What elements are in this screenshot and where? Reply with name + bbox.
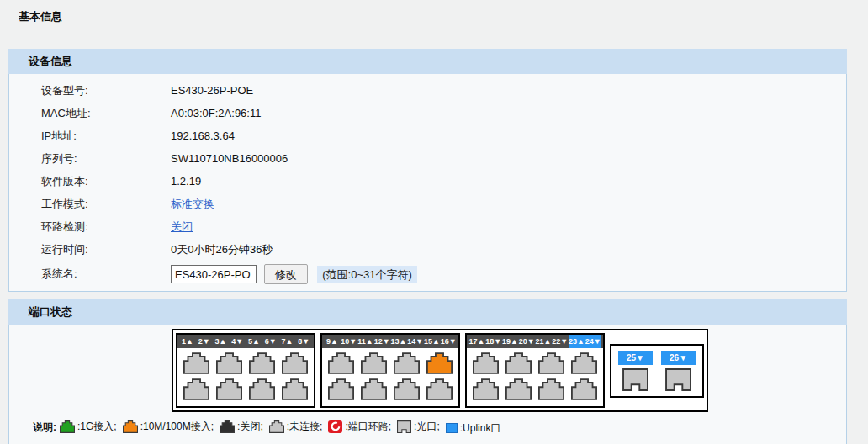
row-device-model: 设备型号: ES430-26P-POE: [9, 79, 846, 102]
field-label: 系统名:: [9, 267, 171, 282]
legend-items: :1G接入;:10M/100M接入;:关闭;:未连接;:端口环路;:光口;:Up…: [60, 420, 506, 436]
port-26[interactable]: [665, 368, 691, 391]
port-6[interactable]: [249, 378, 275, 400]
row-software-version: 软件版本: 1.2.19: [9, 170, 846, 193]
work-mode-link[interactable]: 标准交换: [171, 197, 214, 212]
port-22[interactable]: [538, 378, 564, 400]
field-value: A0:03:0F:2A:96:11: [171, 107, 261, 119]
port-4[interactable]: [216, 378, 242, 400]
field-label: MAC地址:: [9, 106, 171, 121]
port-label-14: 14▼: [407, 335, 424, 348]
port-label-25: 25▼: [618, 351, 653, 365]
port-17[interactable]: [473, 352, 499, 374]
port-14[interactable]: [394, 378, 420, 400]
device-info-header: 设备信息: [8, 49, 847, 74]
page: 基本信息 设备信息 设备型号: ES430-26P-POE MAC地址: A0:…: [0, 0, 868, 444]
switch-port-panel: 1▲2▼3▲4▼5▲6▼7▲8▼9▲10▼11▲12▼13▲14▼15▲16▼1…: [172, 329, 708, 412]
port-12[interactable]: [361, 378, 387, 400]
field-label: 运行时间:: [9, 242, 171, 257]
legend-item: :1G接入;: [60, 420, 117, 434]
legend-label: :关闭;: [237, 420, 263, 434]
port-10[interactable]: [328, 378, 354, 400]
port-status-header: 端口状态: [8, 299, 847, 325]
legend-item: :未连接;: [269, 420, 323, 434]
row-work-mode: 工作模式: 标准交换: [9, 193, 846, 215]
field-value: 192.168.3.64: [171, 130, 235, 142]
port-label-24: 24▼: [585, 335, 601, 348]
legend-label: :光口;: [414, 420, 440, 434]
sfp-port-column: 25▼: [618, 351, 653, 391]
port-3[interactable]: [216, 352, 242, 374]
sfp-group: 25▼26▼: [610, 344, 704, 398]
port-16[interactable]: [426, 378, 453, 400]
port-5[interactable]: [249, 352, 275, 374]
port-20[interactable]: [505, 378, 532, 400]
row-ip-address: IP地址: 192.168.3.64: [9, 124, 846, 147]
fiber-port-icon: [397, 420, 411, 433]
legend-label: :端口环路;: [345, 420, 391, 434]
field-label: 设备型号:: [9, 83, 171, 98]
port-8[interactable]: [282, 378, 308, 400]
port-group-header: 9▲10▼11▲12▼13▲14▼15▲16▼: [322, 335, 458, 348]
port-23[interactable]: [571, 352, 597, 374]
modify-button[interactable]: 修改: [264, 264, 308, 284]
system-name-input[interactable]: [171, 265, 257, 283]
port-21[interactable]: [538, 352, 564, 374]
grey-port-icon: [269, 420, 284, 433]
port-label-8: 8▼: [295, 335, 312, 348]
port-label-16: 16▼: [440, 335, 457, 348]
port-9[interactable]: [328, 352, 354, 374]
field-label: 工作模式:: [9, 197, 171, 212]
sfp-port-column: 26▼: [661, 351, 696, 391]
port-status-body: 1▲2▼3▲4▼5▲6▼7▲8▼9▲10▼11▲12▼13▲14▼15▲16▼1…: [8, 325, 847, 444]
loop-detect-link[interactable]: 关闭: [171, 219, 193, 235]
page-title: 基本信息: [0, 0, 868, 24]
legend-item: :Uplink口: [446, 421, 501, 436]
port-grid: [322, 348, 458, 406]
row-mac-address: MAC地址: A0:03:0F:2A:96:11: [9, 102, 846, 124]
port-2[interactable]: [183, 378, 209, 400]
legend-item: :端口环路;: [328, 420, 391, 434]
port-label-12: 12▼: [373, 335, 390, 348]
port-label-2: 2▼: [196, 335, 213, 348]
legend-label: :10M/100M接入;: [140, 420, 214, 434]
port-18[interactable]: [473, 378, 499, 400]
port-label-13: 13▲: [390, 335, 407, 348]
port-19[interactable]: [505, 352, 532, 374]
field-value: SW110710NB16000006: [171, 152, 288, 165]
port-group-header: 1▲2▼3▲4▼5▲6▼7▲8▼: [177, 335, 314, 348]
row-uptime: 运行时间: 0天0小时26分钟36秒: [9, 238, 846, 261]
port-label-3: 3▲: [213, 335, 230, 348]
legend-item: :10M/100M接入;: [123, 420, 214, 434]
port-label-19: 19▲: [502, 335, 519, 348]
row-system-name: 系统名: 修改 (范围:0~31个字符): [9, 261, 846, 287]
port-legend: 说明::1G接入;:10M/100M接入;:关闭;:未连接;:端口环路;:光口;…: [33, 420, 846, 436]
field-value: 0天0小时26分钟36秒: [171, 242, 273, 257]
port-label-6: 6▼: [262, 335, 279, 348]
row-loop-detect: 环路检测: 关闭: [9, 215, 846, 238]
port-label-9: 9▲: [324, 335, 341, 348]
port-label-15: 15▲: [424, 335, 441, 348]
port-label-22: 22▼: [552, 335, 569, 348]
legend-label: :1G接入;: [77, 420, 117, 434]
port-1[interactable]: [183, 352, 209, 374]
port-group: 17▲18▼19▲20▼21▲22▼23▲24▼: [465, 333, 605, 408]
port-label-5: 5▲: [246, 335, 262, 348]
port-group: 9▲10▼11▲12▼13▲14▼15▲16▼: [320, 333, 460, 408]
port-label-26: 26▼: [661, 351, 696, 365]
field-label: 环路检测:: [9, 219, 171, 235]
port-11[interactable]: [361, 352, 387, 374]
port-15[interactable]: [426, 352, 453, 374]
port-13[interactable]: [394, 352, 420, 374]
port-label-4: 4▼: [229, 335, 246, 348]
port-25[interactable]: [622, 368, 648, 391]
device-info-section: 设备信息 设备型号: ES430-26P-POE MAC地址: A0:03:0F…: [8, 49, 847, 292]
port-group-header: 17▲18▼19▲20▼21▲22▼23▲24▼: [467, 335, 603, 348]
green-port-icon: [60, 420, 75, 433]
port-grid: [177, 348, 314, 406]
row-serial-number: 序列号: SW110710NB16000006: [9, 147, 846, 170]
legend-item: :关闭;: [220, 420, 263, 434]
orange-port-icon: [123, 420, 138, 433]
port-24[interactable]: [571, 378, 597, 400]
port-7[interactable]: [282, 352, 308, 374]
